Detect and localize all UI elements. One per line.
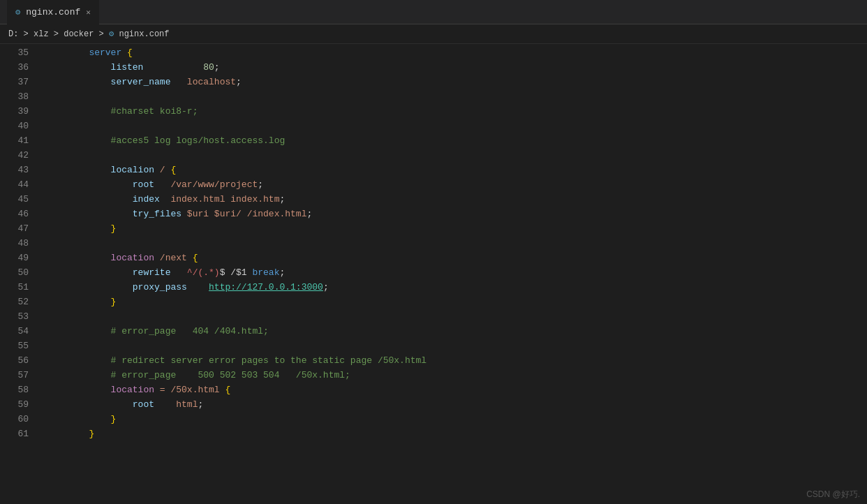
code-line xyxy=(45,339,867,353)
code-line xyxy=(45,236,867,251)
code-line: proxy_pass http://127.0.0.1:3000; xyxy=(45,280,867,295)
title-bar: ⚙ nginx.conf ✕ xyxy=(0,0,867,24)
code-line: #charset koi8-r; xyxy=(45,104,867,119)
code-line: } xyxy=(45,295,867,309)
code-line: server_name localhost; xyxy=(45,75,867,89)
watermark: CSDN @好巧. xyxy=(806,489,860,501)
code-line: index index.html index.htm; xyxy=(45,192,867,207)
code-line: location /next { xyxy=(45,251,867,265)
code-line: try_files $uri $uri/ /index.html; xyxy=(45,207,867,221)
code-line: # error_page 500 502 503 504 /50x.html; xyxy=(45,368,867,383)
code-line: # error_page 404 /404.html; xyxy=(45,324,867,339)
code-line: root html; xyxy=(45,397,867,412)
code-line: listen 80; xyxy=(45,60,867,75)
code-line: server { xyxy=(45,45,867,60)
code-line: } xyxy=(45,221,867,236)
line-numbers: 3536373839404142434445464748495051525354… xyxy=(0,44,38,504)
code-line xyxy=(45,119,867,133)
breadcrumb: D: > xlz > docker > ⚙ nginx.conf xyxy=(0,24,867,44)
editor-area: 3536373839404142434445464748495051525354… xyxy=(0,44,867,504)
code-line xyxy=(45,89,867,104)
code-line: #acces5 log logs/host.access.log xyxy=(45,133,867,148)
tab-close-button[interactable]: ✕ xyxy=(86,8,91,17)
code-line: location = /50x.html { xyxy=(45,383,867,397)
code-line xyxy=(45,309,867,324)
tab-nginx-conf[interactable]: ⚙ nginx.conf ✕ xyxy=(7,0,99,24)
tab-label: nginx.conf xyxy=(26,7,80,17)
code-content[interactable]: server { listen 80; server_name localhos… xyxy=(38,44,867,504)
code-line xyxy=(45,148,867,163)
code-line: } xyxy=(45,427,867,441)
code-line: rewrite ^/(.*)$ /$1 break; xyxy=(45,265,867,280)
breadcrumb-text: D: > xlz > docker > ⚙ nginx.conf xyxy=(8,29,169,39)
code-line: # redirect server error pages to the sta… xyxy=(45,353,867,368)
file-icon: ⚙ xyxy=(15,7,20,17)
code-line: } xyxy=(45,412,867,427)
code-line: root /var/www/project; xyxy=(45,177,867,192)
code-line: localion / { xyxy=(45,163,867,177)
